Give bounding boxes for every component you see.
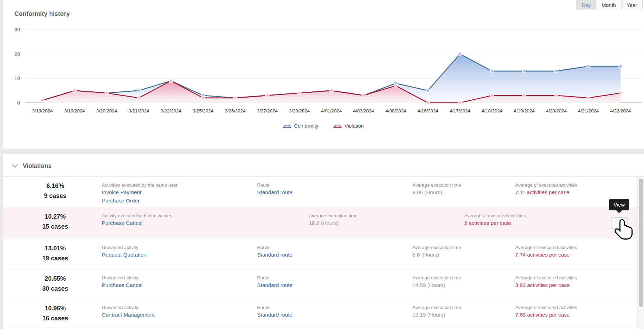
route-column: RouteStandard route — [257, 275, 293, 289]
avg-execution-time-value: 10.19 (Hours) — [412, 311, 461, 319]
violation-case-count: 19 cases — [14, 253, 97, 263]
violation-type-label: Unwanted activity — [102, 244, 146, 251]
scrollbar-track[interactable] — [637, 177, 644, 329]
route-link[interactable]: Standard route — [257, 188, 293, 197]
conformity-point[interactable] — [426, 89, 430, 92]
avg-execution-time-value: 14.59 (Hours) — [412, 281, 461, 289]
avg-activities-link[interactable]: 3.63 activities per case — [515, 281, 577, 289]
avg-execution-time-column: Average execution time8.6 (Hours) — [412, 244, 461, 259]
avg-activities-link[interactable]: 7.74 activities per case — [515, 251, 577, 259]
violation-case-count: 15 cases — [14, 222, 97, 232]
avg-execution-time-column: Average execution time14.59 (Hours) — [412, 275, 461, 289]
violations-card: Violations 6.16%9 casesActivities execut… — [3, 154, 644, 329]
conformity-point[interactable] — [458, 52, 462, 56]
violation-row[interactable]: 10.96%16 casesUnwanted activityContract … — [3, 299, 638, 328]
period-button-year[interactable]: Year — [621, 0, 642, 10]
x-axis-tick: 4/16/2024 — [418, 108, 439, 113]
x-axis-tick: 3/21/2024 — [128, 108, 149, 113]
y-axis-tick-0: 0 — [17, 100, 20, 106]
violation-stats: 6.16%9 cases — [14, 181, 97, 201]
x-axis-tick: 3/20/2024 — [96, 108, 117, 113]
conformity-point[interactable] — [587, 64, 590, 68]
x-axis-tick: 3/25/2024 — [193, 108, 214, 113]
x-axis-tick: 4/20/2024 — [546, 108, 567, 113]
conformity-history-chart: 30201003/18/20243/19/20243/20/20243/21/2… — [3, 0, 644, 121]
x-axis-tick: 3/22/2024 — [160, 108, 182, 113]
x-axis-tick: 4/21/2024 — [578, 108, 599, 113]
violations-title: Violations — [23, 162, 51, 170]
scrollbar-thumb[interactable] — [639, 179, 643, 307]
violation-row[interactable]: 10.27%15 casesActivity executed with lea… — [3, 207, 638, 239]
violation-case-count: 16 cases — [14, 313, 97, 323]
activity-link[interactable]: Invoice Payment — [102, 188, 177, 197]
x-axis-tick: 4/18/2024 — [482, 108, 503, 113]
legend-label: Conformity — [294, 123, 318, 129]
violation-stats: 20.55%30 cases — [14, 274, 97, 294]
chart-title: Conformity history — [14, 10, 70, 18]
avg-activities-link[interactable]: 2 activities per case — [464, 219, 526, 227]
x-axis-tick: 3/27/2024 — [257, 108, 278, 113]
avg-activities-column: Average of executed activities7.11 activ… — [515, 182, 577, 197]
violation-type-column: Activity executed with lean wastesPurcha… — [102, 212, 172, 227]
avg-activities-column: Average of executed activities2 activiti… — [464, 212, 526, 227]
avg-activities-label: Average of executed activities — [515, 182, 577, 188]
violation-row[interactable]: 6.16%9 casesActivities executed by the s… — [3, 177, 638, 207]
activity-link[interactable]: Contract Management — [102, 311, 155, 319]
avg-execution-time-value: 9.08 (Hours) — [412, 188, 461, 197]
y-axis-tick-10: 10 — [14, 76, 20, 81]
route-link[interactable]: Standard route — [257, 281, 293, 289]
y-axis-tick-30: 30 — [14, 27, 20, 32]
avg-activities-link[interactable]: 7.69 activities per case — [515, 311, 577, 319]
conformity-point[interactable] — [137, 89, 140, 92]
violation-type-label: Unwanted activity — [102, 275, 143, 281]
x-axis-tick: 4/19/2024 — [514, 108, 535, 113]
avg-execution-time-label: Average execution time — [412, 304, 461, 311]
legend-item-conformity[interactable]: Conformity — [283, 123, 318, 129]
violation-row[interactable]: 20.55%30 casesUnwanted activityPurchase … — [3, 269, 638, 299]
activity-link[interactable]: Purchase Cancel — [102, 281, 143, 289]
legend-item-violation[interactable]: Violation — [333, 123, 363, 129]
violations-list: 6.16%9 casesActivities executed by the s… — [3, 177, 638, 328]
avg-execution-time-label: Average execution time — [412, 275, 461, 281]
violation-type-column: Activities executed by the same userInvo… — [102, 182, 177, 205]
y-axis-tick-20: 20 — [14, 51, 20, 57]
chevron-down-icon — [12, 164, 18, 168]
avg-execution-time-value: 8.6 (Hours) — [412, 251, 461, 259]
avg-execution-time-value: 16.2 (Hours) — [309, 219, 358, 227]
period-button-month[interactable]: Month — [596, 0, 621, 10]
conformity-history-card: 30201003/18/20243/19/20243/20/20243/21/2… — [3, 0, 644, 149]
violation-row[interactable]: 13.01%19 casesUnwanted activityRequest Q… — [3, 239, 638, 269]
activity-link[interactable]: Purchase Order — [102, 197, 177, 205]
activity-link[interactable]: Request Quotation — [102, 251, 146, 259]
conformity-point[interactable] — [555, 69, 558, 73]
violation-type-column: Unwanted activityRequest Quotation — [102, 244, 146, 259]
route-label: Route — [257, 244, 293, 251]
x-axis-tick: 4/01/2024 — [321, 108, 342, 113]
route-label: Route — [257, 304, 293, 311]
chart-legend: ConformityViolation — [3, 123, 644, 129]
x-axis-tick: 3/28/2024 — [289, 108, 310, 113]
route-link[interactable]: Standard route — [257, 311, 293, 319]
legend-label: Violation — [344, 123, 363, 129]
violation-type-label: Activities executed by the same user — [102, 182, 177, 188]
conformity-point[interactable] — [523, 69, 526, 73]
avg-activities-column: Average of executed activities7.69 activ… — [515, 304, 577, 319]
violation-percent: 20.55% — [14, 274, 97, 284]
conformity-point[interactable] — [619, 64, 622, 68]
route-link[interactable]: Standard route — [257, 251, 293, 259]
avg-activities-column: Average of executed activities3.63 activ… — [515, 275, 577, 289]
avg-activities-label: Average of executed activities — [464, 212, 526, 219]
x-axis-tick: 4/17/2024 — [450, 108, 471, 113]
conformity-point[interactable] — [490, 69, 494, 73]
avg-execution-time-column: Average execution time10.19 (Hours) — [412, 304, 461, 319]
avg-activities-link[interactable]: 7.11 activities per case — [515, 188, 577, 197]
period-button-day[interactable]: Day — [576, 0, 596, 10]
violations-section-header[interactable]: Violations — [12, 162, 51, 170]
violation-legend-marker-icon — [333, 123, 342, 128]
violation-case-count: 9 cases — [14, 191, 97, 201]
x-axis-tick: 3/18/2024 — [32, 108, 53, 113]
activity-link[interactable]: Purchase Cancel — [102, 219, 172, 227]
avg-activities-label: Average of executed activities — [515, 275, 577, 281]
avg-execution-time-column: Average execution time16.2 (Hours) — [309, 212, 358, 227]
avg-activities-label: Average of executed activities — [515, 304, 577, 311]
